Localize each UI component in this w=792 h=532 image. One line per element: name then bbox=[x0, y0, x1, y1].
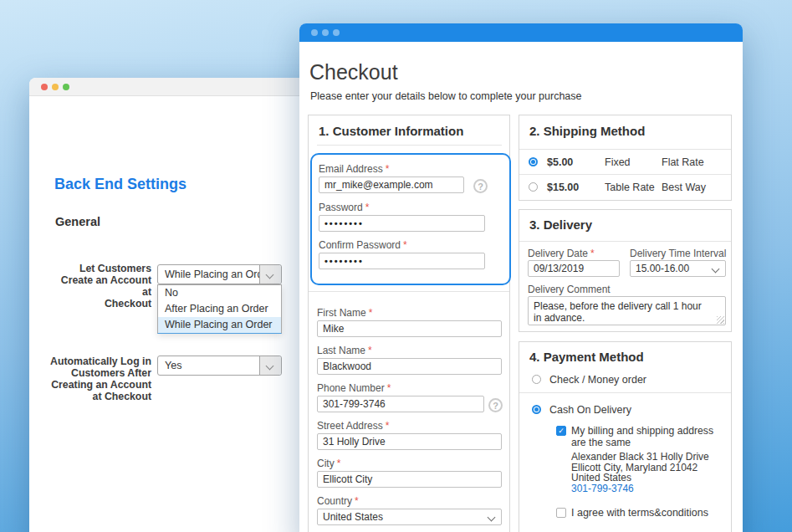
required-asterisk: * bbox=[403, 239, 407, 251]
check-money-order-label[interactable]: Check / Money order bbox=[549, 374, 646, 386]
divider bbox=[519, 174, 731, 175]
customer-information-card: 1. Customer Information Email Address* m… bbox=[308, 115, 510, 532]
section-heading-general: General bbox=[55, 215, 100, 228]
create-account-dropdown: No After Placing an Order While Placing … bbox=[157, 284, 282, 334]
street-address-field[interactable]: 31 Holly Drive bbox=[317, 433, 502, 450]
billing-address: Alexander Black 31 Holly Drive Ellicott … bbox=[571, 452, 709, 494]
maximize-window-icon[interactable] bbox=[63, 84, 69, 90]
auto-login-select[interactable]: Yes bbox=[157, 356, 282, 376]
terms-checkbox[interactable] bbox=[556, 508, 566, 518]
close-window-icon[interactable] bbox=[41, 84, 48, 90]
first-name-label: First Name* bbox=[317, 307, 372, 319]
divider bbox=[317, 145, 502, 146]
required-asterisk: * bbox=[387, 382, 391, 394]
required-asterisk: * bbox=[368, 345, 372, 356]
maximize-window-icon[interactable] bbox=[333, 29, 340, 36]
delivery-comment-label: Delivery Comment bbox=[528, 284, 611, 295]
label-text: Country bbox=[317, 495, 352, 507]
chevron-down-icon bbox=[712, 265, 720, 274]
password-label: Password* bbox=[319, 202, 369, 213]
delivery-comment-textarea[interactable]: Please, before the delivery call 1 hour … bbox=[528, 296, 726, 325]
shipping-flat-rate-radio[interactable] bbox=[529, 157, 538, 166]
email-field[interactable]: mr_mike@example.com bbox=[319, 176, 464, 193]
cash-on-delivery-label[interactable]: Cash On Delivery bbox=[549, 404, 631, 416]
billing-same-label[interactable]: My billing and shipping address are the … bbox=[571, 425, 713, 448]
label-line: Automatically Log in bbox=[49, 356, 151, 367]
setting-label-create-account: Let Customers Create an Account at Check… bbox=[49, 263, 151, 309]
required-asterisk: * bbox=[369, 307, 373, 319]
last-name-label: Last Name* bbox=[317, 345, 372, 356]
delivery-time-select[interactable]: 15.00-16.00 bbox=[630, 260, 726, 277]
label-line: Creating an Account bbox=[49, 379, 151, 391]
address-line: United States bbox=[571, 473, 709, 483]
section-heading: 3. Delivery bbox=[529, 217, 592, 232]
comment-line: in advance. bbox=[534, 312, 720, 324]
shipping-carrier: Fixed bbox=[605, 156, 631, 168]
shipping-best-way-radio[interactable] bbox=[529, 182, 538, 192]
shipping-method-name: Best Way bbox=[662, 182, 706, 193]
city-field[interactable]: Ellicott City bbox=[317, 471, 502, 488]
label-text: Email Address bbox=[319, 163, 383, 175]
label-line: My billing and shipping address bbox=[571, 425, 713, 437]
checkout-window: Checkout Please enter your details below… bbox=[299, 23, 743, 532]
password-field[interactable]: •••••••• bbox=[319, 215, 485, 232]
label-text: Delivery Date bbox=[528, 248, 588, 259]
select-value: Yes bbox=[165, 360, 259, 371]
minimize-window-icon[interactable] bbox=[52, 84, 59, 90]
shipping-carrier: Table Rate bbox=[605, 182, 655, 193]
dropdown-option-after[interactable]: After Placing an Order bbox=[158, 301, 281, 317]
required-asterisk: * bbox=[355, 495, 359, 507]
phone-field[interactable]: 301-799-3746 bbox=[317, 396, 484, 412]
confirm-password-label: Confirm Password* bbox=[319, 239, 407, 251]
label-text: City bbox=[317, 458, 335, 469]
label-text: Street Address bbox=[317, 420, 383, 432]
last-name-field[interactable]: Blackwood bbox=[317, 358, 502, 375]
resize-grip-icon[interactable] bbox=[717, 316, 724, 324]
select-arrow-button[interactable] bbox=[259, 265, 281, 284]
terms-link[interactable]: I agree with terms&conditions bbox=[571, 507, 708, 519]
first-name-field[interactable]: Mike bbox=[317, 320, 502, 337]
delivery-date-field[interactable]: 09/13/2019 bbox=[528, 260, 620, 277]
label-text: Password bbox=[319, 202, 363, 213]
country-select[interactable]: United States bbox=[317, 509, 502, 525]
billing-same-checkbox[interactable]: ✓ bbox=[556, 426, 566, 436]
page-subtitle: Please enter your details below to compl… bbox=[310, 90, 582, 102]
country-label: Country* bbox=[317, 495, 359, 507]
city-label: City* bbox=[317, 458, 340, 469]
phone-label: Phone Number* bbox=[317, 382, 391, 394]
window-titlebar bbox=[299, 23, 743, 42]
minimize-window-icon[interactable] bbox=[322, 29, 329, 36]
comment-line: Please, before the delivery call 1 hour bbox=[534, 300, 720, 312]
delivery-date-label: Delivery Date* bbox=[528, 248, 595, 259]
cash-on-delivery-radio[interactable] bbox=[532, 405, 541, 414]
label-line: Customers After bbox=[49, 367, 151, 379]
phone-link[interactable]: 301-799-3746 bbox=[571, 483, 709, 494]
label-line: are the same bbox=[571, 437, 713, 448]
delivery-time-label: Delivery Time Interval bbox=[630, 248, 726, 259]
shipping-method-name: Flat Rate bbox=[662, 156, 704, 168]
shipping-price: $15.00 bbox=[547, 182, 579, 193]
label-text: Last Name bbox=[317, 345, 365, 356]
chevron-down-icon bbox=[266, 362, 274, 371]
check-money-order-radio[interactable] bbox=[532, 375, 541, 384]
page-title: Back End Settings bbox=[54, 176, 187, 193]
street-label: Street Address* bbox=[317, 420, 389, 432]
divider bbox=[519, 392, 731, 393]
label-text: Confirm Password bbox=[319, 239, 401, 251]
required-asterisk: * bbox=[365, 202, 370, 213]
select-arrow-button[interactable] bbox=[259, 356, 281, 375]
close-window-icon[interactable] bbox=[311, 29, 318, 36]
label-line: Checkout bbox=[49, 298, 151, 309]
help-icon[interactable]: ? bbox=[473, 179, 488, 193]
label-text: First Name bbox=[317, 307, 366, 319]
help-icon[interactable]: ? bbox=[488, 398, 503, 412]
required-asterisk: * bbox=[590, 248, 595, 259]
chevron-down-icon bbox=[488, 514, 496, 522]
dropdown-option-while[interactable]: While Placing an Order bbox=[158, 317, 281, 333]
section-heading: 1. Customer Information bbox=[319, 124, 463, 138]
confirm-password-field[interactable]: •••••••• bbox=[319, 253, 485, 269]
dropdown-option-no[interactable]: No bbox=[158, 285, 281, 301]
select-value: United States bbox=[323, 511, 383, 523]
create-account-select[interactable]: While Placing an Orde bbox=[157, 264, 282, 284]
divider bbox=[519, 241, 731, 242]
